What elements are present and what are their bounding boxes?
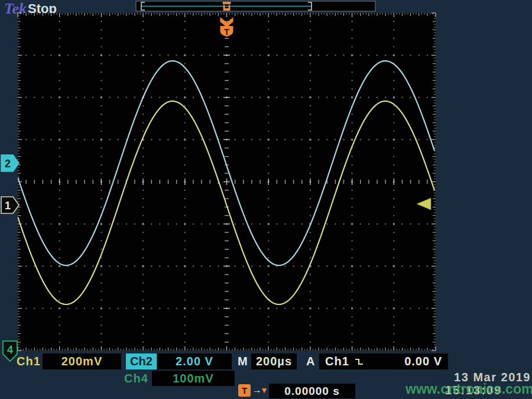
trigger-source: Ch1 [325, 355, 349, 368]
trigger-delay-triangle-icon: ▼ [260, 385, 268, 395]
trigger-t-icon: T [238, 384, 251, 397]
svg-text:1: 1 [5, 200, 11, 212]
ch2-label-selected[interactable]: Ch2 [126, 353, 157, 369]
svg-text:4: 4 [7, 344, 13, 356]
trigger-readout[interactable]: Ch1 0.00 V [319, 353, 448, 369]
trigger-a-label: A [306, 355, 315, 368]
ch4-label: Ch4 [124, 372, 148, 385]
ch2-position-marker[interactable]: 2 [1, 155, 19, 171]
trigger-level: 0.00 V [404, 355, 442, 368]
ch2-scale-readout[interactable]: 2.00 V [157, 353, 232, 369]
svg-text:2: 2 [5, 158, 11, 170]
ch4-scale-readout[interactable]: 100mV [152, 371, 235, 386]
timebase-readout[interactable]: 200µs [251, 353, 297, 369]
ch1-scale-readout[interactable]: 200mV [43, 353, 121, 369]
oscilloscope-screen: Tek Stop 214T Ch1 200mV Ch2 2.00 V M 200… [0, 0, 532, 399]
falling-edge-icon [354, 356, 365, 367]
watermark: www.cntronics.com [406, 381, 532, 397]
timebase-m-label: M [238, 355, 248, 368]
ch4-position-marker[interactable]: 4 [3, 341, 17, 361]
waveform-display: 214T [0, 0, 532, 399]
svg-text:T: T [224, 27, 229, 37]
trigger-position-readout[interactable]: 0.00000 s [269, 384, 355, 398]
record-view-bar[interactable] [136, 1, 375, 11]
ch1-label: Ch1 [17, 355, 41, 368]
ch1-position-marker[interactable]: 1 [1, 197, 19, 213]
